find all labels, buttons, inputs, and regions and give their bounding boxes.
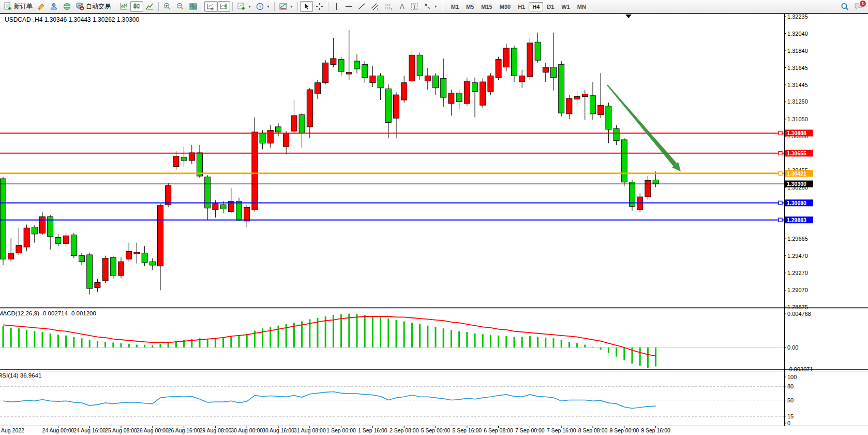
svg-text:-0.003071: -0.003071 — [787, 366, 813, 372]
chevron-down-icon: ▼ — [290, 5, 293, 8]
zoom-out-button[interactable] — [174, 1, 187, 12]
svg-text:T: T — [413, 4, 416, 10]
chart-shift-button[interactable] — [217, 1, 230, 12]
channel-icon: E — [370, 2, 380, 11]
svg-text:7 Sep 00:00: 7 Sep 00:00 — [515, 427, 545, 433]
svg-text:1.31050: 1.31050 — [787, 116, 808, 122]
tab-timeframe-M5[interactable]: M5 — [462, 2, 477, 11]
auto-scroll-button[interactable] — [204, 1, 217, 12]
market-button[interactable] — [61, 1, 73, 12]
svg-text:1.30655: 1.30655 — [787, 150, 806, 156]
svg-text:1.32040: 1.32040 — [787, 31, 808, 37]
search-icon[interactable] — [840, 2, 849, 11]
svg-text:1.32235: 1.32235 — [787, 13, 808, 20]
svg-text:24 Aug 00:00: 24 Aug 00:00 — [42, 427, 74, 433]
notifications-button[interactable]: 1 — [854, 2, 863, 11]
styles-button[interactable] — [35, 1, 48, 12]
community-button[interactable] — [48, 1, 61, 12]
tab-timeframe-W1[interactable]: W1 — [558, 2, 574, 11]
svg-text:26 Aug 00:00: 26 Aug 00:00 — [137, 427, 169, 433]
zoom-in-icon — [163, 2, 172, 11]
toolbar-separator — [442, 2, 442, 11]
chevron-down-icon: ▼ — [434, 5, 438, 8]
horizontal-line-button[interactable] — [342, 1, 355, 12]
cursor-button[interactable] — [300, 1, 313, 12]
bar-chart-icon — [119, 2, 128, 11]
chart-shift-icon — [219, 2, 228, 11]
line-chart-button[interactable] — [143, 1, 156, 12]
toolbar-separator — [297, 2, 298, 11]
autotrading-button[interactable]: 自动交易 — [73, 1, 113, 12]
toolbar-separator — [274, 2, 275, 11]
tab-timeframe-MN[interactable]: MN — [574, 2, 590, 11]
notification-badge: 1 — [859, 0, 866, 7]
tab-timeframe-M15[interactable]: M15 — [477, 2, 496, 11]
toolbar-separator — [202, 2, 202, 11]
horizontal-line-icon — [345, 2, 353, 11]
new-order-button[interactable]: 新订单 — [2, 1, 35, 12]
svg-text:30 Aug 00:00: 30 Aug 00:00 — [231, 427, 263, 433]
tile-windows-icon — [189, 2, 198, 11]
fibonacci-icon: F — [384, 2, 394, 11]
svg-text:1.31250: 1.31250 — [787, 98, 808, 105]
svg-text:8 Sep 08:00: 8 Sep 08:00 — [578, 427, 608, 433]
svg-text:1.29070: 1.29070 — [787, 287, 808, 293]
svg-text:1.31840: 1.31840 — [787, 48, 808, 54]
svg-text:F: F — [391, 7, 393, 11]
svg-text:0.004768: 0.004768 — [787, 311, 811, 317]
trading-terminal-window: 新订单 — [0, 0, 868, 435]
tab-timeframe-M30[interactable]: M30 — [496, 2, 514, 11]
toolbar-right-group: 1 — [840, 2, 866, 11]
autotrading-icon — [76, 2, 84, 11]
arrows-button[interactable]: ▼ — [421, 1, 440, 12]
zoom-in-button[interactable] — [161, 1, 174, 12]
svg-text:50: 50 — [787, 397, 794, 403]
svg-text:1.29270: 1.29270 — [787, 270, 808, 276]
tab-timeframe-M1[interactable]: M1 — [447, 2, 462, 11]
svg-text:9 Sep 00:00: 9 Sep 00:00 — [609, 427, 639, 433]
svg-text:31 Aug 08:00: 31 Aug 08:00 — [294, 427, 326, 433]
text-label-button[interactable]: T — [408, 1, 421, 12]
line-chart-icon — [145, 2, 154, 11]
templates-button[interactable]: ▼ — [277, 1, 295, 12]
zoom-out-icon — [176, 2, 185, 11]
crosshair-button[interactable] — [313, 1, 326, 12]
tile-windows-button[interactable] — [187, 1, 200, 12]
autotrading-label: 自动交易 — [86, 2, 111, 11]
candlestick-chart-button[interactable] — [130, 1, 143, 12]
fibonacci-button[interactable]: F — [382, 1, 396, 12]
trendline-button[interactable] — [355, 1, 368, 12]
svg-text:9 Sep 16:00: 9 Sep 16:00 — [641, 427, 670, 433]
toolbar-separator — [115, 2, 115, 11]
tab-timeframe-H1[interactable]: H1 — [514, 2, 529, 11]
bar-chart-button[interactable] — [117, 1, 130, 12]
svg-text:1 Sep 16:00: 1 Sep 16:00 — [358, 427, 387, 433]
svg-text:29 Aug 08:00: 29 Aug 08:00 — [199, 427, 231, 433]
toolbar-separator — [158, 2, 159, 11]
tab-timeframe-D1[interactable]: D1 — [543, 2, 558, 11]
channel-button[interactable]: E — [368, 1, 382, 12]
tab-timeframe-H4[interactable]: H4 — [529, 2, 543, 11]
svg-text:1.29470: 1.29470 — [787, 253, 808, 259]
new-order-label: 新订单 — [14, 2, 33, 11]
text-label-icon: T — [410, 2, 419, 11]
vertical-line-icon — [333, 2, 340, 11]
vertical-line-button[interactable] — [331, 1, 342, 12]
indicators-button[interactable]: ▼ — [235, 1, 253, 12]
chevron-down-icon: ▼ — [248, 5, 251, 8]
text-button[interactable]: A — [396, 1, 408, 12]
candlestick-chart-icon — [132, 2, 141, 11]
crosshair-icon — [315, 2, 324, 11]
periods-button[interactable]: ▼ — [253, 1, 272, 12]
svg-text:25 Aug 08:00: 25 Aug 08:00 — [105, 427, 137, 433]
trendline-icon — [357, 2, 366, 11]
svg-text:A: A — [400, 3, 405, 10]
market-icon — [63, 2, 71, 11]
svg-text:1.30888: 1.30888 — [787, 130, 806, 136]
arrows-icon — [423, 2, 432, 11]
svg-text:0: 0 — [787, 420, 790, 426]
text-icon: A — [398, 2, 406, 11]
svg-text:26 Aug 16:00: 26 Aug 16:00 — [168, 427, 200, 433]
periods-icon — [256, 2, 264, 11]
chart-canvas[interactable]: 1.322351.320401.318401.316451.314451.312… — [0, 0, 868, 435]
